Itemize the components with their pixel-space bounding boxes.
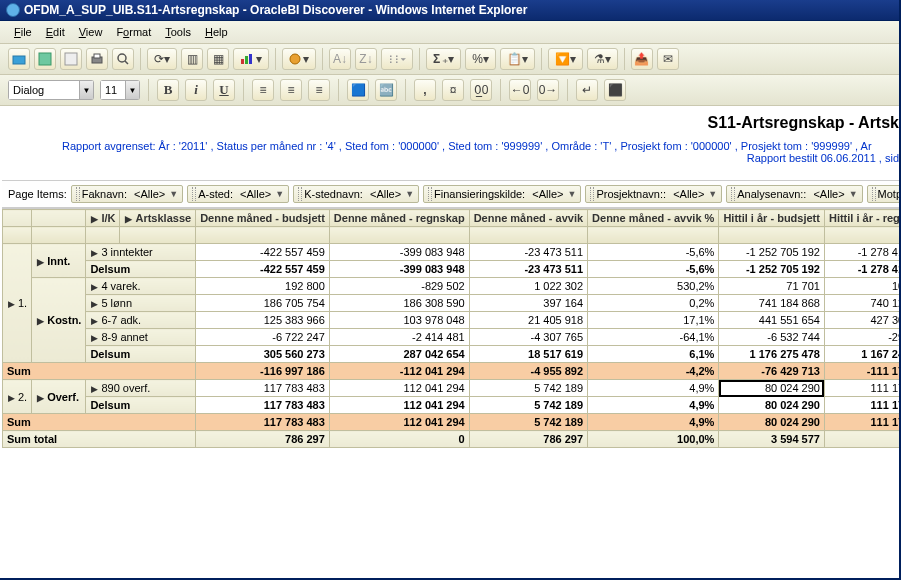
svg-point-10 (290, 54, 300, 64)
font-size-input[interactable] (100, 80, 126, 100)
font-name-input[interactable] (8, 80, 80, 100)
chart-icon[interactable]: ▾ (233, 48, 269, 70)
wrap-text-button[interactable]: ↵ (576, 79, 598, 101)
sort-asc-icon[interactable]: A↓ (329, 48, 351, 70)
table-row[interactable]: ▶6-7 adk. 125 383 966103 978 04821 405 9… (3, 312, 900, 329)
delsum-row[interactable]: Delsum -422 557 459-399 083 948-23 473 5… (3, 261, 900, 278)
font-name-combo[interactable]: ▼ (8, 80, 94, 100)
dec-decimal-button[interactable]: 0→ (537, 79, 559, 101)
edit-sheet-icon[interactable]: ▥ (181, 48, 203, 70)
highlighted-cell: 80 024 290 (719, 380, 825, 397)
open-icon[interactable] (8, 48, 30, 70)
export-icon[interactable]: 📤 (631, 48, 653, 70)
menu-edit[interactable]: Edit (40, 24, 71, 40)
calc-icon[interactable]: 📋▾ (500, 48, 535, 70)
col-dm-avvik[interactable]: Denne måned - avvik (469, 210, 587, 227)
table-row[interactable]: ▶Kostn. ▶4 varek. 192 800-829 5021 022 3… (3, 278, 900, 295)
fontcolor-button[interactable]: 🔤 (375, 79, 397, 101)
table-row[interactable]: ▶1. ▶Innt. ▶3 inntekter -422 557 459-399… (3, 244, 900, 261)
page-item-analysenavn[interactable]: Analysenavn:: <Alle>▼ (726, 185, 862, 203)
svg-rect-2 (65, 53, 77, 65)
align-center-button[interactable]: ≡ (280, 79, 302, 101)
save-as-icon[interactable] (60, 48, 82, 70)
filter-icon[interactable]: 🔽▾ (548, 48, 583, 70)
page-item-finansiering[interactable]: Finansieringskilde: <Alle>▼ (423, 185, 581, 203)
svg-point-5 (118, 54, 126, 62)
col-expand2[interactable] (32, 210, 86, 227)
page-item-kstednavn[interactable]: K-stednavn: <Alle>▼ (293, 185, 419, 203)
font-size-combo[interactable]: ▼ (100, 80, 140, 100)
mail-icon[interactable]: ✉ (657, 48, 679, 70)
inc-decimal-button[interactable]: ←0 (509, 79, 531, 101)
page-item-faknavn[interactable]: Faknavn: <Alle>▼ (71, 185, 183, 203)
header-spacer-row (3, 227, 900, 244)
menu-file[interactable]: File (8, 24, 38, 40)
layout-icon[interactable]: ▦ (207, 48, 229, 70)
format-cells-button[interactable]: ⬛ (604, 79, 626, 101)
print-icon[interactable] (86, 48, 108, 70)
svg-rect-7 (241, 59, 244, 64)
group-sort-icon[interactable]: ⫶⫶▾ (381, 48, 413, 70)
page-item-motpar[interactable]: Motpar (867, 185, 899, 203)
italic-button[interactable]: i (185, 79, 207, 101)
svg-line-6 (125, 61, 128, 64)
chevron-down-icon[interactable]: ▼ (126, 80, 140, 100)
window-title: OFDM_A_SUP_UIB.S11-Artsregnskap - Oracle… (24, 3, 527, 17)
align-left-button[interactable]: ≡ (252, 79, 274, 101)
condition-icon[interactable]: ⚗▾ (587, 48, 618, 70)
report-subtitle2: Rapport bestilt 06.06.2011 , sid (2, 152, 899, 164)
sum-row[interactable]: Sum 117 783 483112 041 2945 742 1894,9%8… (3, 414, 900, 431)
col-artsklasse[interactable]: ▶Artsklasse (120, 210, 196, 227)
menu-view[interactable]: View (73, 24, 109, 40)
svg-rect-0 (13, 56, 25, 64)
table-row[interactable]: ▶8-9 annet -6 722 247-2 414 481-4 307 76… (3, 329, 900, 346)
sum-icon[interactable]: Σ₊▾ (426, 48, 461, 70)
report-title: S11-Artsregnskap - Artsk (708, 114, 899, 132)
menu-tools[interactable]: Tools (159, 24, 197, 40)
ball-icon[interactable]: ▾ (282, 48, 316, 70)
col-dm-regnskap[interactable]: Denne måned - regnskap (329, 210, 469, 227)
report-content: S11-Artsregnskap - Artsk Rapport avgrens… (0, 106, 899, 448)
sum-row[interactable]: Sum -116 997 186-112 041 294-4 955 892-4… (3, 363, 900, 380)
svg-rect-1 (39, 53, 51, 65)
chevron-down-icon[interactable]: ▼ (80, 80, 94, 100)
toolbar-format: ▼ ▼ B i U ≡ ≡ ≡ 🟦 🔤 , ¤ 0̲0 ←0 0→ ↵ ⬛ (0, 75, 899, 106)
col-dm-avvikp[interactable]: Denne måned - avvik % (588, 210, 719, 227)
svg-rect-8 (245, 56, 248, 64)
col-ik[interactable]: ▶I/K (86, 210, 120, 227)
underline-button[interactable]: U (213, 79, 235, 101)
page-items-label: Page Items: (8, 188, 67, 200)
comma-button[interactable]: , (414, 79, 436, 101)
menubar: File Edit View Format Tools Help (0, 21, 899, 44)
header-row: ▶I/K ▶Artsklasse Denne måned - budsjett … (3, 210, 900, 227)
col-dm-budsjett[interactable]: Denne måned - budsjett (196, 210, 330, 227)
percent-icon[interactable]: %▾ (465, 48, 496, 70)
delsum-row[interactable]: Delsum 117 783 483112 041 2945 742 1894,… (3, 397, 900, 414)
bold-button[interactable]: B (157, 79, 179, 101)
save-icon[interactable] (34, 48, 56, 70)
col-hi-budsjett[interactable]: Hittil i år - budsjett (719, 210, 825, 227)
col-hi-regnskap[interactable]: Hittil i år - regnskap (824, 210, 899, 227)
page-item-prosjektnavn[interactable]: Prosjektnavn:: <Alle>▼ (585, 185, 722, 203)
currency-button[interactable]: ¤ (442, 79, 464, 101)
svg-rect-9 (249, 54, 252, 64)
ie-icon (6, 3, 20, 17)
table-row[interactable]: ▶2. ▶Overf. ▶890 overf. 117 783 483112 0… (3, 380, 900, 397)
pivot-table[interactable]: ▶I/K ▶Artsklasse Denne måned - budsjett … (2, 208, 899, 448)
bgcolor-button[interactable]: 🟦 (347, 79, 369, 101)
sum-total-row[interactable]: Sum total 786 2970786 297100,0%3 594 577… (3, 431, 900, 448)
svg-rect-4 (94, 54, 100, 58)
menu-help[interactable]: Help (199, 24, 234, 40)
window-titlebar: OFDM_A_SUP_UIB.S11-Artsregnskap - Oracle… (0, 0, 899, 21)
print-preview-icon[interactable] (112, 48, 134, 70)
col-expand1[interactable] (3, 210, 32, 227)
table-row[interactable]: ▶5 lønn 186 705 754186 308 590397 1640,2… (3, 295, 900, 312)
sort-desc-icon[interactable]: Z↓ (355, 48, 377, 70)
page-item-asted[interactable]: A-sted: <Alle>▼ (187, 185, 289, 203)
number-button[interactable]: 0̲0 (470, 79, 492, 101)
refresh-icon[interactable]: ⟳▾ (147, 48, 177, 70)
delsum-row[interactable]: Delsum 305 560 273287 042 65418 517 6196… (3, 346, 900, 363)
page-items-bar: Page Items: Faknavn: <Alle>▼ A-sted: <Al… (2, 180, 899, 208)
align-right-button[interactable]: ≡ (308, 79, 330, 101)
menu-format[interactable]: Format (110, 24, 157, 40)
